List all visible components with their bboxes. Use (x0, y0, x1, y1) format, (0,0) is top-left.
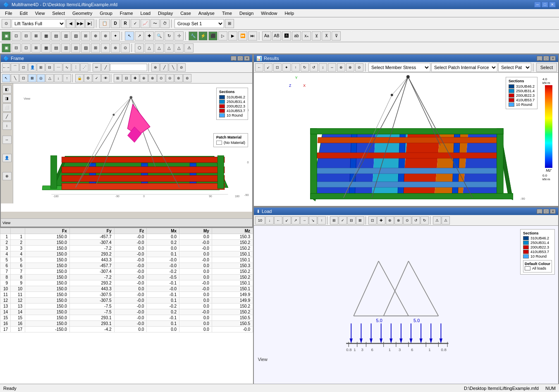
l-tb-sym6[interactable]: ↺ (412, 216, 420, 225)
r-tb-2[interactable]: ↙ (264, 63, 272, 72)
tb3-14[interactable]: ⬡ (135, 43, 144, 53)
r-tb-12[interactable]: ⊘ (355, 63, 363, 72)
r-tb-3[interactable]: ⊡ (273, 63, 282, 72)
maximize-button[interactable]: □ (542, 2, 548, 7)
tb2-abc1[interactable]: Aa (262, 31, 271, 41)
menu-case[interactable]: Case (177, 10, 194, 17)
load-restore[interactable]: □ (543, 209, 549, 214)
f-tb-line[interactable]: ╱ (101, 63, 110, 72)
tb-clock-button[interactable]: ⏱ (160, 19, 170, 28)
tb2-cursor[interactable]: ↖ (125, 31, 134, 41)
tb2-7[interactable]: ▥ (61, 31, 70, 41)
load-minimize[interactable]: _ (537, 209, 542, 214)
tb3-green[interactable]: ▣ (2, 43, 11, 53)
r-tb-10[interactable]: ⊕ (337, 63, 345, 72)
menu-time[interactable]: Time (219, 10, 235, 17)
f-tb-grid2[interactable]: ⊟ (45, 63, 54, 72)
nav-next-button[interactable]: ▶▶ (76, 19, 85, 28)
r-tb-11[interactable]: ⊗ (346, 63, 354, 72)
f-tb-sym3[interactable]: ⋮ (72, 63, 80, 72)
tb2-sym3[interactable]: ⊽ (332, 31, 341, 41)
menu-display[interactable]: Display (155, 10, 176, 17)
results-minimize[interactable]: _ (537, 56, 542, 61)
f-tb-left[interactable]: ←→ (2, 63, 10, 72)
r-tb-4[interactable]: ✦ (282, 63, 291, 72)
member-stress-dropdown[interactable]: Select Member Stress (368, 63, 430, 72)
menu-frame[interactable]: Frame (117, 10, 136, 17)
tb2-4[interactable]: ⊠ (31, 31, 41, 41)
tb2-abc4[interactable]: ab (292, 31, 301, 41)
f-tb-beam[interactable]: ╱ (160, 63, 168, 72)
f-tb-sym[interactable]: ⋯ (54, 63, 62, 72)
f-tb2-line[interactable]: ╲ (11, 74, 19, 82)
menu-load[interactable]: Load (137, 10, 154, 17)
tb3-12[interactable]: ⊗ (111, 43, 120, 53)
data-table-scroll[interactable]: Fx Fy Fz Mx My Mz 11150.0-457.7-0.00.00.… (0, 228, 253, 384)
l-tb-right1[interactable]: ↗ (291, 216, 300, 225)
results-close[interactable]: ✕ (550, 56, 556, 61)
f-tb2-plus[interactable]: ⊞ (114, 74, 122, 82)
frame-input[interactable] (110, 64, 147, 71)
axis-btn-4[interactable]: ╱ (2, 112, 12, 121)
f-tb-box[interactable]: ⊡ (19, 63, 28, 72)
tb2-2[interactable]: ⊡ (12, 31, 21, 41)
tb2-8[interactable]: ▧ (71, 31, 80, 41)
tb2-12[interactable]: ✦ (111, 31, 120, 41)
tb2-disp6[interactable]: ⏩ (238, 31, 247, 41)
menu-help[interactable]: Help (281, 10, 297, 17)
axis-btn-2[interactable]: ◨ (2, 94, 12, 103)
toolbar-radio-icon[interactable]: ⊙ (2, 19, 11, 28)
tb-wave-button[interactable]: 〜 (150, 19, 160, 28)
nav-end-button[interactable]: ▶| (85, 19, 94, 28)
tb2-disp5[interactable]: ▶ (228, 31, 237, 41)
tb3-15[interactable]: △ (145, 43, 154, 53)
l-tb-sym7[interactable]: ↻ (420, 216, 429, 225)
l-tb-sym5[interactable]: ⊙ (403, 216, 411, 225)
patch-internal-force-dropdown[interactable]: Select Patch Internal Force (431, 63, 497, 72)
f-tb-sym4[interactable]: ⋰ (80, 63, 88, 72)
tb3-8[interactable]: ▧ (71, 43, 80, 53)
group-set-dropdown[interactable]: Group Set 1 (174, 19, 224, 28)
f-tb2-eye[interactable]: 👁 (101, 74, 110, 82)
tb2-pan[interactable]: ☩ (174, 31, 184, 41)
l-tb-move[interactable]: ✚ (377, 216, 385, 225)
r-tb-5[interactable]: ↑ (291, 63, 300, 72)
f-tb2-tri[interactable]: △ (45, 74, 54, 82)
tb-r-button[interactable]: R (121, 19, 130, 28)
l-tb-right3[interactable]: ↘ (309, 216, 317, 225)
f-tb-grid[interactable]: ⊞ (37, 63, 45, 72)
select-patch-dropdown[interactable]: Select Pat (498, 63, 531, 72)
f-tb-sym5[interactable]: ⊘ (177, 63, 186, 72)
l-tb-grid[interactable]: ⊟ (347, 216, 356, 225)
axis-btn-7[interactable]: 👤 (2, 154, 12, 162)
tb2-rotate[interactable]: ↻ (165, 31, 174, 41)
l-tb-check[interactable]: ✓ (339, 216, 347, 225)
tb-d-button[interactable]: D (111, 19, 120, 28)
f-tb2-down[interactable]: ↓ (54, 74, 62, 82)
l-tb-sym2[interactable]: ⊡ (368, 216, 377, 225)
menu-select[interactable]: Select (49, 10, 68, 17)
l-tb-alert1[interactable]: ⚠ (433, 216, 441, 225)
l-tb-right2[interactable]: → (300, 216, 308, 225)
tb2-abc5[interactable]: xₙ (302, 31, 311, 41)
f-tb2-check[interactable]: ✓ (93, 74, 101, 82)
frame-minimize[interactable]: _ (231, 56, 236, 61)
r-tb-9[interactable]: ↔ (328, 63, 336, 72)
f-tb2-box[interactable]: ⊡ (19, 74, 28, 82)
f-tb2-up[interactable]: ↑ (63, 74, 71, 82)
close-button[interactable]: ✕ (549, 2, 556, 7)
axis-btn-3[interactable]: ⬜ (2, 103, 12, 112)
results-viewport[interactable]: Y X Z (254, 73, 558, 206)
f-tb-sym2[interactable]: ∿ (63, 63, 71, 72)
f-tb-node[interactable]: ⊕ (151, 63, 160, 72)
tb2-sym2[interactable]: ⊼ (322, 31, 331, 41)
tb-check-button[interactable]: ✓ (131, 19, 140, 28)
r-tb-1[interactable]: ← (255, 63, 263, 72)
l-tb-up1[interactable]: ↑ (318, 216, 326, 225)
tb2-disp7[interactable]: ⏭ (248, 31, 257, 41)
minimize-button[interactable]: ─ (534, 2, 541, 7)
group-set-icon[interactable]: ⊞ (225, 19, 234, 28)
tb2-move[interactable]: ✚ (145, 31, 154, 41)
l-tb-down1[interactable]: ↓ (265, 216, 274, 225)
f-tb2-minus[interactable]: ⊟ (122, 74, 131, 82)
